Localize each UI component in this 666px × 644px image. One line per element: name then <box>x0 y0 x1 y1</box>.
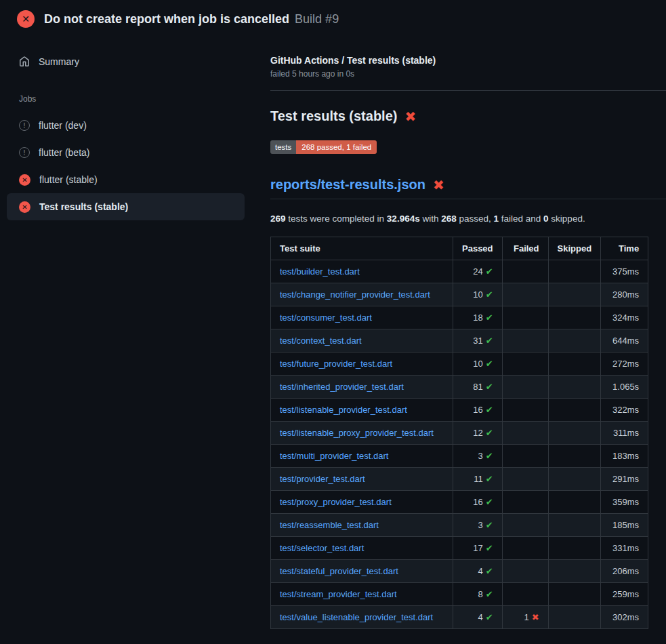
sidebar-item-test-results-stable[interactable]: ✕Test results (stable) <box>7 193 245 220</box>
sidebar-item-flutter-dev[interactable]: !flutter (dev) <box>7 112 245 139</box>
test-suite-link[interactable]: test/provider_test.dart <box>280 474 365 484</box>
sidebar-jobs: !flutter (dev)!flutter (beta)✕flutter (s… <box>7 112 245 220</box>
test-suite-link[interactable]: test/stateful_provider_test.dart <box>280 566 398 576</box>
cell-passed: 24✔ <box>453 260 503 283</box>
cell-skipped <box>548 376 601 399</box>
summary-total: 269 <box>270 214 286 224</box>
cell-failed <box>502 399 548 422</box>
test-suite-link[interactable]: test/inherited_provider_test.dart <box>280 382 404 392</box>
cell-skipped <box>548 606 601 629</box>
tests-badge: tests 268 passed, 1 failed <box>270 140 377 154</box>
summary-skipped: 0 <box>543 214 549 224</box>
cell-time: 311ms <box>601 422 648 445</box>
cell-passed: 4✔ <box>453 606 503 629</box>
test-suite-link[interactable]: test/value_listenable_provider_test.dart <box>280 612 433 622</box>
summary-text: with <box>420 214 442 224</box>
cell-skipped <box>548 514 601 537</box>
summary-text: tests were completed in <box>286 214 387 224</box>
report-file-link[interactable]: reports/test-results.json <box>270 177 425 193</box>
check-run-build-number: Build #9 <box>295 12 339 26</box>
cell-failed <box>502 376 548 399</box>
badge-value: 268 passed, 1 failed <box>296 140 377 154</box>
cell-test-suite: test/value_listenable_provider_test.dart <box>271 606 453 629</box>
sidebar-item-flutter-stable[interactable]: ✕flutter (stable) <box>7 166 245 193</box>
cell-skipped <box>548 306 601 329</box>
cell-test-suite: test/future_provider_test.dart <box>271 353 453 376</box>
table-row: test/stream_provider_test.dart8✔259ms <box>271 583 648 606</box>
cell-test-suite: test/inherited_provider_test.dart <box>271 376 453 399</box>
cell-skipped <box>548 560 601 583</box>
cell-skipped <box>548 283 601 306</box>
summary-text: failed and <box>499 214 543 224</box>
test-suite-link[interactable]: test/listenable_provider_test.dart <box>280 405 407 415</box>
sidebar-item-summary[interactable]: Summary <box>7 48 245 75</box>
test-suite-link[interactable]: test/context_test.dart <box>280 336 362 346</box>
cell-passed: 16✔ <box>453 491 503 514</box>
column-header-passed: Passed <box>453 237 503 260</box>
test-suite-link[interactable]: test/reassemble_test.dart <box>280 520 379 530</box>
table-row: test/value_listenable_provider_test.dart… <box>271 606 648 629</box>
cell-passed: 17✔ <box>453 537 503 560</box>
cell-skipped <box>548 422 601 445</box>
test-suite-link[interactable]: test/builder_test.dart <box>280 266 360 277</box>
cell-skipped <box>548 260 601 283</box>
cell-failed <box>502 306 548 329</box>
test-suite-link[interactable]: test/selector_test.dart <box>280 543 364 553</box>
cell-skipped <box>548 583 601 606</box>
column-header-skipped: Skipped <box>548 237 601 260</box>
check-icon: ✔ <box>486 336 493 346</box>
cell-failed <box>502 537 548 560</box>
x-circle-fill-icon: ✕ <box>19 201 30 213</box>
cell-passed: 12✔ <box>453 422 503 445</box>
check-icon: ✔ <box>486 382 493 392</box>
jobs-section-heading: Jobs <box>7 94 245 104</box>
table-row: test/inherited_provider_test.dart81✔1.06… <box>271 376 648 399</box>
check-icon: ✔ <box>486 566 493 576</box>
neutral-status-icon: ! <box>19 120 30 131</box>
cell-time: 272ms <box>601 353 648 376</box>
cell-time: 359ms <box>601 491 648 514</box>
cell-skipped <box>548 537 601 560</box>
cell-test-suite: test/context_test.dart <box>271 329 453 353</box>
cell-time: 183ms <box>601 445 648 468</box>
test-suite-link[interactable]: test/consumer_test.dart <box>280 313 372 323</box>
summary-failed: 1 <box>494 214 499 224</box>
table-row: test/proxy_provider_test.dart16✔359ms <box>271 491 648 514</box>
cell-test-suite: test/listenable_provider_test.dart <box>271 399 453 422</box>
failed-x-icon: ✖ <box>404 110 416 123</box>
sidebar-item-label: Test results (stable) <box>39 201 128 212</box>
cell-passed: 10✔ <box>453 283 503 306</box>
table-row: test/context_test.dart31✔644ms <box>271 329 648 353</box>
sidebar-item-flutter-beta[interactable]: !flutter (beta) <box>7 139 245 166</box>
section-title: Test results (stable) <box>270 108 397 124</box>
check-icon: ✔ <box>486 313 493 323</box>
cell-time: 259ms <box>601 583 648 606</box>
cell-time: 1.065s <box>601 376 648 399</box>
cell-test-suite: test/builder_test.dart <box>271 260 453 283</box>
home-icon <box>19 56 30 67</box>
cell-failed <box>502 329 548 353</box>
test-suite-link[interactable]: test/proxy_provider_test.dart <box>280 497 392 507</box>
jobs-sidebar: Summary Jobs !flutter (dev)!flutter (bet… <box>0 37 251 220</box>
cross-icon: ✖ <box>532 612 539 622</box>
table-row: test/builder_test.dart24✔375ms <box>271 260 648 283</box>
test-suite-link[interactable]: test/multi_provider_test.dart <box>280 451 388 461</box>
cell-test-suite: test/selector_test.dart <box>271 537 453 560</box>
test-results-table: Test suite Passed Failed Skipped Time te… <box>270 237 648 629</box>
x-circle-fill-icon: ✕ <box>19 174 30 186</box>
test-suite-link[interactable]: test/future_provider_test.dart <box>280 359 392 369</box>
cell-skipped <box>548 445 601 468</box>
cell-time: 331ms <box>601 537 648 560</box>
table-row: test/multi_provider_test.dart3✔183ms <box>271 445 648 468</box>
test-suite-link[interactable]: test/stream_provider_test.dart <box>280 589 397 599</box>
failed-x-icon: ✖ <box>433 178 444 192</box>
cell-passed: 31✔ <box>453 329 503 353</box>
summary-duration: 32.964s <box>387 214 420 224</box>
test-suite-link[interactable]: test/change_notifier_provider_test.dart <box>280 289 430 300</box>
test-summary-line: 269 tests were completed in 32.964s with… <box>270 214 666 224</box>
summary-text: skipped. <box>549 214 585 224</box>
column-header-failed: Failed <box>502 237 548 260</box>
test-suite-link[interactable]: test/listenable_proxy_provider_test.dart <box>280 428 434 438</box>
cell-skipped <box>548 468 601 491</box>
test-table-body: test/builder_test.dart24✔375mstest/chang… <box>271 260 648 629</box>
